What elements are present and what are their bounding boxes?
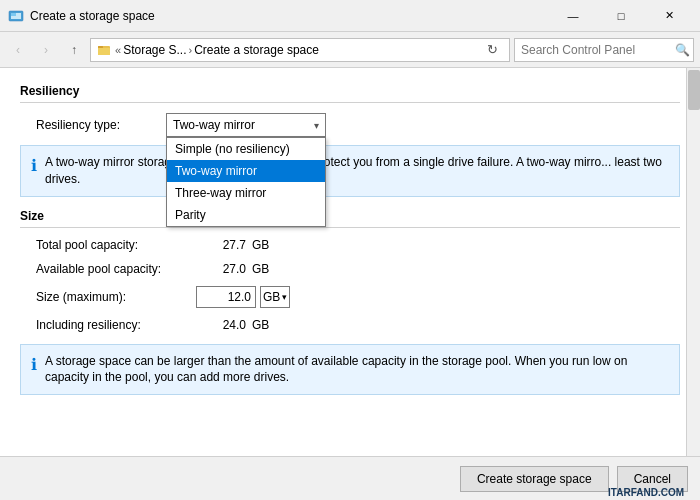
- minimize-button[interactable]: —: [550, 1, 596, 31]
- breadcrumb: « Storage S... › Create a storage space: [115, 43, 477, 57]
- size-maximum-input[interactable]: [196, 286, 256, 308]
- window-icon: [8, 8, 24, 24]
- resiliency-info-text: A two-way mirror storage spa... ur data,…: [45, 154, 669, 188]
- total-pool-row: Total pool capacity: 27.7 GB: [20, 238, 680, 252]
- footer: ITARFAND.COM Create storage space Cancel: [0, 456, 700, 500]
- refresh-button[interactable]: ↻: [481, 39, 503, 61]
- close-button[interactable]: ✕: [646, 1, 692, 31]
- window-title: Create a storage space: [30, 9, 550, 23]
- resiliency-section: Resiliency Resiliency type: Two-way mirr…: [20, 84, 680, 197]
- title-bar: Create a storage space — □ ✕: [0, 0, 700, 32]
- bottom-info-text: A storage space can be larger than the a…: [45, 353, 669, 387]
- address-field[interactable]: « Storage S... › Create a storage space …: [90, 38, 510, 62]
- scrollbar[interactable]: [686, 68, 700, 456]
- including-resiliency-row: Including resiliency: 24.0 GB: [20, 318, 680, 332]
- back-button[interactable]: ‹: [6, 38, 30, 62]
- maximize-button[interactable]: □: [598, 1, 644, 31]
- option-three-way[interactable]: Three-way mirror: [167, 182, 325, 204]
- resiliency-info-box: ℹ A two-way mirror storage spa... ur dat…: [20, 145, 680, 197]
- available-pool-label: Available pool capacity:: [36, 262, 196, 276]
- scrollbar-thumb[interactable]: [688, 70, 700, 110]
- watermark: ITARFAND.COM: [608, 487, 684, 498]
- resiliency-section-title: Resiliency: [20, 84, 680, 103]
- total-pool-unit: GB: [252, 238, 269, 252]
- available-pool-value: 27.0: [196, 262, 246, 276]
- resiliency-dropdown[interactable]: Two-way mirror ▾: [166, 113, 326, 137]
- option-parity[interactable]: Parity: [167, 204, 325, 226]
- including-resiliency-label: Including resiliency:: [36, 318, 196, 332]
- resiliency-selected-value: Two-way mirror: [173, 118, 255, 132]
- total-pool-value: 27.7: [196, 238, 246, 252]
- including-resiliency-unit: GB: [252, 318, 269, 332]
- up-button[interactable]: ↑: [62, 38, 86, 62]
- resiliency-type-label: Resiliency type:: [36, 118, 166, 132]
- breadcrumb-storage[interactable]: Storage S...: [123, 43, 186, 57]
- svg-rect-2: [11, 13, 16, 16]
- search-icon: 🔍: [675, 43, 690, 57]
- size-maximum-row: Size (maximum): GB ▾: [20, 286, 680, 308]
- create-storage-button[interactable]: Create storage space: [460, 466, 609, 492]
- unit-dropdown[interactable]: GB ▾: [260, 286, 290, 308]
- dropdown-arrow-icon: ▾: [314, 120, 319, 131]
- window-controls: — □ ✕: [550, 1, 692, 31]
- svg-rect-4: [98, 48, 110, 55]
- info-icon: ℹ: [31, 155, 37, 177]
- size-max-label: Size (maximum):: [36, 290, 196, 304]
- total-pool-label: Total pool capacity:: [36, 238, 196, 252]
- option-two-way[interactable]: Two-way mirror: [167, 160, 325, 182]
- breadcrumb-current: Create a storage space: [194, 43, 319, 57]
- unit-value: GB: [263, 290, 280, 304]
- bottom-info-icon: ℹ: [31, 354, 37, 376]
- forward-button[interactable]: ›: [34, 38, 58, 62]
- bottom-info-box: ℹ A storage space can be larger than the…: [20, 344, 680, 396]
- available-pool-unit: GB: [252, 262, 269, 276]
- folder-icon: [97, 43, 111, 57]
- option-simple[interactable]: Simple (no resiliency): [167, 138, 325, 160]
- main-content: Resiliency Resiliency type: Two-way mirr…: [0, 68, 700, 456]
- including-resiliency-value: 24.0: [196, 318, 246, 332]
- available-pool-row: Available pool capacity: 27.0 GB: [20, 262, 680, 276]
- search-input[interactable]: [521, 43, 671, 57]
- size-section: Size Total pool capacity: 27.7 GB Availa…: [20, 209, 680, 332]
- address-bar: ‹ › ↑ « Storage S... › Create a storage …: [0, 32, 700, 68]
- svg-rect-5: [98, 46, 103, 48]
- resiliency-dropdown-menu: Simple (no resiliency) Two-way mirror Th…: [166, 137, 326, 227]
- search-field[interactable]: 🔍: [514, 38, 694, 62]
- resiliency-dropdown-wrapper: Two-way mirror ▾ Simple (no resiliency) …: [166, 113, 326, 137]
- unit-arrow-icon: ▾: [282, 292, 287, 302]
- resiliency-type-row: Resiliency type: Two-way mirror ▾ Simple…: [20, 113, 680, 137]
- size-section-title: Size: [20, 209, 680, 228]
